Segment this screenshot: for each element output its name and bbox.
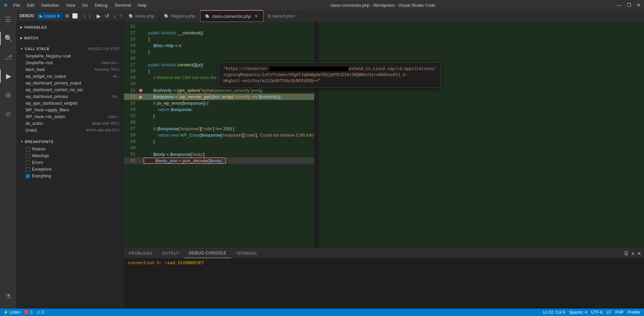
code-editor[interactable]: "https://connector-████████████████exten…	[124, 22, 644, 248]
callstack-item[interactable]: wp_dashboard_primaryda...	[16, 93, 124, 100]
main-layout: ☰ 🔍 ⎇ ▶ ⊞ ⊘ ⚗ DEBUG ▶ Listen ▾ ⚙ ⬜ ⋮⋮ ▶	[0, 10, 644, 309]
line-bp-21[interactable]	[138, 89, 143, 92]
activity-git-icon[interactable]: ⎇	[0, 50, 16, 64]
bp-warnings-checkbox[interactable]	[26, 154, 30, 158]
bp-everything[interactable]: Everything	[16, 173, 124, 179]
activity-testing-icon[interactable]: ⚗	[0, 290, 16, 303]
menu-edit[interactable]: Edit	[24, 2, 37, 8]
status-warnings[interactable]: ⚠ 0	[37, 310, 44, 315]
panel-close-icon[interactable]: ✕	[637, 251, 641, 256]
code-line-21: 21 $sslVerify = (get_option("kymaconnect…	[124, 87, 314, 94]
breakpoints-section: ▼ BREAKPOINTS Notices Warnings Errors Ex…	[16, 135, 124, 182]
debug-step-out-icon[interactable]: ↑	[119, 12, 124, 20]
callstack-item[interactable]: WP_Hook->do_actionclass...	[16, 113, 124, 120]
status-cursor-position[interactable]: Ln 22, Col 9	[543, 310, 565, 315]
debug-settings-icon[interactable]: ⚙	[65, 13, 69, 19]
callstack-item[interactable]: WP_Hook->apply_filters	[16, 107, 124, 113]
debug-step-into-icon[interactable]: ↓	[112, 12, 117, 20]
callstack-header[interactable]: ▼ CALL STACK PAUSED ON STEP	[16, 45, 124, 53]
line-num-29: 29	[124, 138, 138, 145]
tab-class-connector-php[interactable]: 🐘 class-connector.php ✕	[200, 10, 263, 22]
callstack-item[interactable]: wp_dashboard_cached_rss_wic	[16, 86, 124, 93]
watch-header[interactable]: ▶ WATCH	[16, 34, 124, 42]
window-title: class-connector.php - Wordpress - Visual…	[330, 3, 436, 8]
callstack-item[interactable]: {main}admin-ajax.php 91:1	[16, 127, 124, 134]
bp-exceptions[interactable]: Exceptions	[16, 166, 124, 173]
callstack-item[interactable]: SimplePie->initclass-sim...	[16, 60, 124, 66]
hover-tooltip: "https://connector-████████████████exten…	[218, 62, 441, 88]
maximize-button[interactable]: ❐	[627, 2, 631, 8]
activity-remote-icon[interactable]: ⊘	[0, 107, 16, 120]
bp-errors-checkbox[interactable]	[26, 161, 30, 165]
close-button[interactable]: ✕	[637, 2, 641, 8]
panel-tab-output[interactable]: OUTPUT	[157, 248, 184, 258]
panel-tab-terminal[interactable]: TERMINAL	[231, 248, 262, 258]
variables-header[interactable]: ▶ VARIABLES	[16, 23, 124, 31]
editor-area: 🐘 index.php 🐘 Registry.php 🐘 class-conne…	[124, 10, 644, 309]
line-content-28: return new WP_Error($response['response'…	[143, 133, 314, 138]
tab-close-icon[interactable]: ✕	[254, 13, 258, 19]
tab-launch-json[interactable]: {} launch.json	[263, 10, 300, 22]
bp-exceptions-checkbox[interactable]	[26, 167, 30, 172]
status-spaces[interactable]: Spaces: 4	[569, 310, 587, 315]
callstack-item[interactable]: do_actionplugin.php 453:1	[16, 120, 124, 127]
debug-listen-button[interactable]: ▶ Listen ▾	[37, 13, 62, 19]
watch-arrow-icon: ▶	[20, 36, 23, 40]
variables-label: VARIABLES	[24, 25, 47, 29]
bp-errors[interactable]: Errors	[16, 159, 124, 166]
menu-view[interactable]: View	[63, 2, 78, 8]
menu-file[interactable]: File	[10, 2, 23, 8]
callstack-item[interactable]: fetch_feedfeed.php 703:1	[16, 66, 124, 73]
status-formatter[interactable]: Prettier	[627, 310, 641, 315]
line-content-23: if (is_wp_error($response)) {	[143, 101, 314, 106]
status-encoding[interactable]: UTF-8	[591, 310, 603, 315]
debug-step-over-icon[interactable]: ↺	[103, 12, 110, 20]
minimize-button[interactable]: —	[617, 2, 621, 8]
bottom-panel: PROBLEMS OUTPUT DEBUG CONSOLE TERMINAL ☰…	[124, 248, 644, 309]
status-language[interactable]: PHP	[615, 310, 624, 315]
line-content-29: }	[143, 139, 314, 144]
line-num-19: 19	[124, 74, 138, 81]
callstack-item[interactable]: wp_widget_rss_outputwi...	[16, 73, 124, 80]
tab-registry-php[interactable]: 🐘 Registry.php	[159, 10, 200, 22]
menu-help[interactable]: Help	[135, 2, 150, 8]
bp-notices-checkbox[interactable]	[26, 147, 30, 151]
tab-index-php[interactable]: 🐘 index.php	[124, 10, 159, 22]
callstack-item[interactable]: SimplePie_Registry->call	[16, 53, 124, 60]
activity-explorer-icon[interactable]: ☰	[0, 13, 16, 26]
activity-search-icon[interactable]: 🔍	[0, 32, 16, 45]
panel-tab-problems[interactable]: PROBLEMS	[124, 248, 157, 258]
code-line-26: 26	[124, 119, 314, 126]
code-line-28: 28 return new WP_Error($response['respon…	[124, 132, 314, 138]
debug-dots-icon[interactable]: ⋮⋮	[80, 12, 94, 20]
activity-debug-icon[interactable]: ▶	[0, 69, 16, 83]
debug-console-icon[interactable]: ⬜	[72, 13, 78, 19]
panel-tab-debug-console[interactable]: DEBUG CONSOLE	[184, 248, 231, 258]
menu-selection[interactable]: Selection	[38, 2, 62, 8]
line-num-12: 12	[124, 30, 138, 36]
activity-extensions-icon[interactable]: ⊞	[0, 88, 16, 102]
bp-warnings[interactable]: Warnings	[16, 152, 124, 159]
menu-terminal[interactable]: Terminal	[111, 2, 133, 8]
bp-everything-checkbox[interactable]	[26, 174, 30, 178]
status-errors[interactable]: 🔴 1	[24, 310, 33, 315]
line-content-22: $response = wp_remote_get($url, array('s…	[143, 94, 314, 99]
callstack-item[interactable]: wp_ajax_dashboard_widgets	[16, 100, 124, 107]
menu-go[interactable]: Go	[79, 2, 91, 8]
listen-label: Listen	[44, 13, 56, 19]
panel-filter-icon[interactable]: ☰	[624, 251, 629, 256]
panel-collapse-icon[interactable]: ∧	[631, 251, 635, 256]
line-content-24: return $response;	[143, 107, 314, 112]
menu-debug[interactable]: Debug	[92, 2, 110, 8]
breakpoints-arrow-icon: ▼	[20, 140, 23, 143]
title-bar-left: ✚ File Edit Selection View Go Debug Term…	[3, 2, 149, 8]
callstack-item[interactable]: wp_dashboard_primary_output	[16, 80, 124, 86]
status-debug-listen[interactable]: ⚡ Listen	[3, 310, 20, 315]
bp-notices[interactable]: Notices	[16, 146, 124, 152]
editor-scrollbar[interactable]	[314, 22, 319, 248]
line-content-25: }	[143, 113, 314, 118]
breakpoints-header[interactable]: ▼ BREAKPOINTS	[16, 138, 124, 146]
callstack-badge: PAUSED ON STEP	[88, 47, 120, 51]
status-eol[interactable]: LF	[607, 310, 611, 315]
debug-continue-icon[interactable]: ▶	[95, 12, 102, 20]
